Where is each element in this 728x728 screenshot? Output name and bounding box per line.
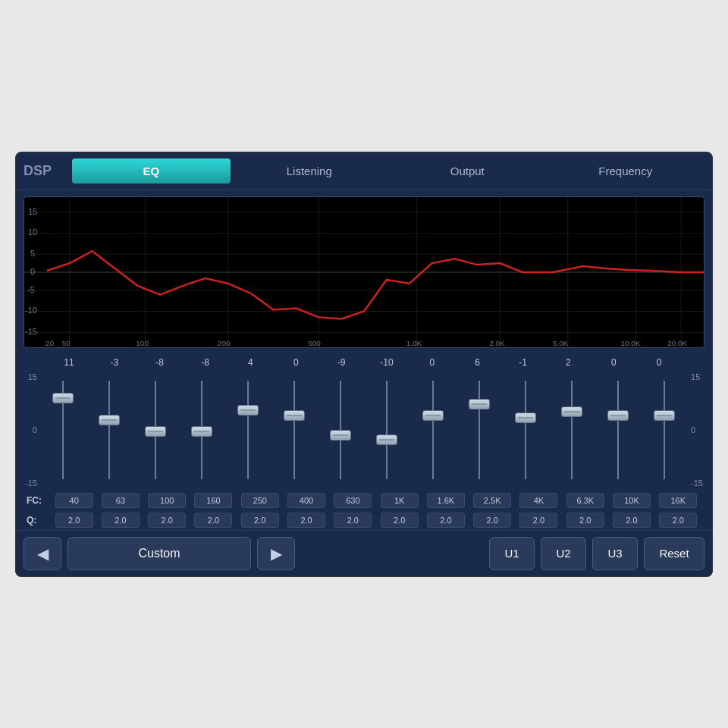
fc-val-0[interactable]: 40 (55, 493, 93, 508)
slider-col-3[interactable] (180, 375, 223, 485)
slider-col-7[interactable] (366, 375, 408, 485)
slider-col-2[interactable] (134, 375, 177, 485)
svg-text:10.0K: 10.0K (620, 339, 640, 347)
svg-text:100: 100 (136, 339, 149, 347)
fc-val-7[interactable]: 1K (381, 493, 419, 508)
app-container: DSP EQ Listening Output Frequency (15, 152, 713, 577)
slider-val-4: 4 (228, 357, 273, 368)
tab-eq[interactable]: EQ (72, 158, 231, 184)
q-values: 2.0 2.0 2.0 2.0 2.0 2.0 2.0 2.0 2.0 2.0 … (51, 513, 701, 528)
slider-col-0[interactable] (42, 375, 84, 485)
fc-val-6[interactable]: 630 (334, 493, 372, 508)
slider-col-13[interactable] (643, 375, 686, 485)
slider-col-11[interactable] (551, 375, 593, 485)
slider-col-1[interactable] (88, 375, 130, 485)
q-val-9[interactable]: 2.0 (473, 513, 511, 528)
sliders-outer: 15 0 -15 (22, 369, 706, 491)
fc-val-13[interactable]: 16K (659, 493, 697, 508)
q-val-2[interactable]: 2.0 (148, 513, 186, 528)
q-val-12[interactable]: 2.0 (613, 513, 651, 528)
q-val-6[interactable]: 2.0 (334, 513, 372, 528)
slider-val-6: -9 (318, 357, 364, 368)
tab-frequency[interactable]: Frequency (547, 158, 705, 184)
slider-val-8: 0 (410, 357, 455, 368)
slider-val-2: -8 (137, 357, 183, 368)
q-val-1[interactable]: 2.0 (102, 513, 140, 528)
svg-text:200: 200 (218, 339, 231, 347)
svg-text:15: 15 (28, 206, 37, 215)
prev-button[interactable]: ◀ (24, 537, 61, 570)
svg-text:-5: -5 (27, 284, 35, 293)
q-val-11[interactable]: 2.0 (566, 513, 604, 528)
slider-val-0: 11 (46, 357, 92, 368)
q-row: Q: 2.0 2.0 2.0 2.0 2.0 2.0 2.0 2.0 2.0 2… (22, 510, 706, 530)
q-val-8[interactable]: 2.0 (427, 513, 465, 528)
q-val-0[interactable]: 2.0 (55, 513, 93, 528)
u3-button[interactable]: U3 (592, 537, 638, 570)
svg-text:5: 5 (30, 249, 35, 258)
fc-values: 40 63 100 160 250 400 630 1K 1.6K 2.5K 4… (51, 493, 701, 508)
fc-label: FC: (27, 495, 51, 506)
header: DSP EQ Listening Output Frequency (16, 152, 712, 190)
fc-val-3[interactable]: 160 (194, 493, 232, 508)
fc-val-8[interactable]: 1.6K (427, 493, 465, 508)
slider-val-11: 2 (545, 357, 591, 368)
fc-val-1[interactable]: 63 (102, 493, 140, 508)
q-val-4[interactable]: 2.0 (241, 513, 279, 528)
dsp-label: DSP (24, 163, 61, 179)
svg-text:0: 0 (30, 266, 35, 275)
q-val-13[interactable]: 2.0 (659, 513, 697, 528)
slider-val-9: 6 (455, 357, 500, 368)
custom-button[interactable]: Custom (67, 537, 251, 570)
scale-top-right: 15 (691, 372, 703, 381)
svg-text:50: 50 (62, 339, 71, 347)
scale-bot-left: -15 (25, 479, 37, 488)
fc-row: FC: 40 63 100 160 250 400 630 1K 1.6K 2.… (22, 491, 706, 510)
sliders-section: 11 -3 -8 -8 4 0 -9 -10 0 6 -1 2 0 0 15 0… (16, 354, 712, 530)
q-val-10[interactable]: 2.0 (519, 513, 557, 528)
slider-val-13: 0 (636, 357, 682, 368)
slider-col-8[interactable] (412, 375, 454, 485)
slider-val-1: -3 (92, 357, 137, 368)
scale-mid-right: 0 (691, 425, 703, 435)
slider-col-5[interactable] (273, 375, 315, 485)
tab-listening[interactable]: Listening (231, 158, 389, 184)
u1-button[interactable]: U1 (489, 537, 535, 570)
fc-val-4[interactable]: 250 (241, 493, 279, 508)
q-label: Q: (27, 515, 51, 526)
slider-val-3: -8 (183, 357, 228, 368)
slider-col-9[interactable] (458, 375, 500, 485)
slider-col-12[interactable] (597, 375, 639, 485)
fc-val-2[interactable]: 100 (148, 493, 186, 508)
fc-val-9[interactable]: 2.5K (473, 493, 511, 508)
slider-col-10[interactable] (504, 375, 547, 485)
svg-text:-10: -10 (25, 306, 37, 315)
next-button[interactable]: ▶ (257, 537, 295, 570)
svg-text:20.0K: 20.0K (667, 339, 687, 347)
fc-val-11[interactable]: 6.3K (566, 493, 604, 508)
tab-output[interactable]: Output (388, 158, 547, 184)
slider-val-12: 0 (591, 357, 636, 368)
scale-top-left: 15 (25, 372, 37, 381)
q-val-5[interactable]: 2.0 (287, 513, 325, 528)
u2-button[interactable]: U2 (541, 537, 586, 570)
svg-text:500: 500 (308, 339, 321, 347)
svg-text:10: 10 (28, 228, 37, 237)
fc-val-12[interactable]: 10K (613, 493, 651, 508)
q-val-7[interactable]: 2.0 (381, 513, 419, 528)
svg-text:2.0K: 2.0K (489, 339, 505, 347)
fc-val-10[interactable]: 4K (519, 493, 557, 508)
svg-text:5.0K: 5.0K (553, 339, 569, 347)
slider-col-4[interactable] (227, 375, 269, 485)
svg-text:20: 20 (46, 339, 55, 347)
q-val-3[interactable]: 2.0 (194, 513, 232, 528)
fc-val-5[interactable]: 400 (287, 493, 325, 508)
slider-val-10: -1 (500, 357, 546, 368)
eq-chart[interactable]: 15 10 5 0 -5 -10 -15 20 50 100 200 500 1… (24, 196, 704, 348)
reset-button[interactable]: Reset (644, 537, 704, 570)
scale-left: 15 0 -15 (22, 369, 40, 491)
slider-col-6[interactable] (319, 375, 362, 485)
slider-val-7: -10 (364, 357, 410, 368)
svg-text:1.0K: 1.0K (406, 339, 422, 347)
scale-mid-left: 0 (25, 425, 37, 435)
